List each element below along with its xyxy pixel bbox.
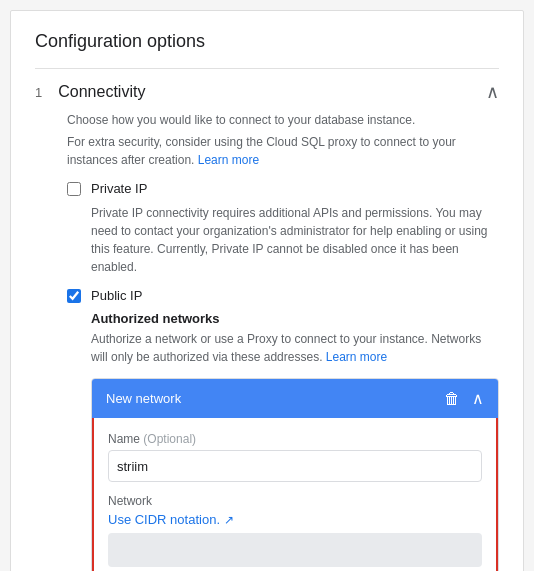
authorized-networks-title: Authorized networks: [91, 311, 499, 326]
learn-more-link-top[interactable]: Learn more: [198, 153, 259, 167]
private-ip-label: Private IP: [91, 181, 147, 196]
section-title: Connectivity: [58, 83, 145, 101]
name-label: Name (Optional): [108, 432, 482, 446]
public-ip-label: Public IP: [91, 288, 142, 303]
new-network-body: Name (Optional) Network Use CIDR notatio…: [92, 418, 498, 571]
page-container: Configuration options 1 Connectivity ∧ C…: [10, 10, 524, 571]
public-ip-row: Public IP: [67, 288, 499, 303]
new-network-actions: 🗑 ∧: [444, 389, 484, 408]
name-input[interactable]: [108, 450, 482, 482]
new-network-header: New network 🗑 ∧: [92, 379, 498, 418]
divider: [35, 68, 499, 69]
external-link-icon: ↗: [224, 513, 234, 527]
network-field-group: Network Use CIDR notation. ↗: [108, 494, 482, 567]
new-network-panel: New network 🗑 ∧ Name (Optional): [91, 378, 499, 571]
private-ip-description: Private IP connectivity requires additio…: [91, 204, 499, 276]
description-line2: For extra security, consider using the C…: [67, 133, 499, 169]
network-input[interactable]: [108, 533, 482, 567]
private-ip-checkbox[interactable]: [67, 182, 81, 196]
description-line1: Choose how you would like to connect to …: [67, 111, 499, 129]
page-title: Configuration options: [35, 31, 499, 52]
delete-network-icon[interactable]: 🗑: [444, 390, 460, 408]
collapse-section-icon[interactable]: ∧: [486, 81, 499, 103]
collapse-network-icon[interactable]: ∧: [472, 389, 484, 408]
public-ip-section: Public IP Authorized networks Authorize …: [67, 288, 499, 571]
authorized-networks: Authorized networks Authorize a network …: [91, 311, 499, 571]
use-cidr-link[interactable]: Use CIDR notation.: [108, 512, 220, 527]
section-body: Choose how you would like to connect to …: [35, 111, 499, 571]
public-ip-checkbox[interactable]: [67, 289, 81, 303]
new-network-title: New network: [106, 391, 181, 406]
private-ip-row: Private IP: [67, 181, 499, 196]
section-header: 1 Connectivity ∧: [35, 81, 499, 103]
authorized-networks-description: Authorize a network or use a Proxy to co…: [91, 330, 499, 366]
network-label: Network: [108, 494, 482, 508]
section-left: 1 Connectivity: [35, 83, 145, 101]
section-number: 1: [35, 85, 42, 100]
learn-more-link-authorized[interactable]: Learn more: [326, 350, 387, 364]
name-field-group: Name (Optional): [108, 432, 482, 482]
network-link-row: Use CIDR notation. ↗: [108, 512, 482, 527]
